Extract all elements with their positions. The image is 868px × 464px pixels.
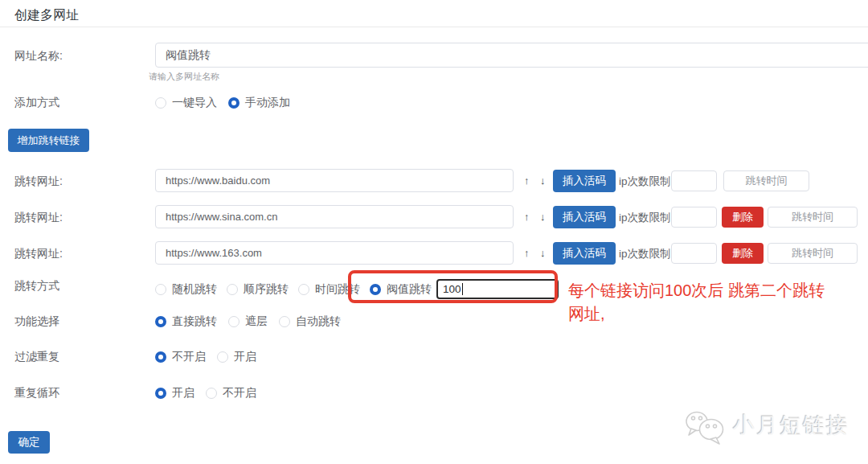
radio-random-jump-label: 随机跳转 [172,282,217,297]
radio-threshold-jump[interactable]: 阀值跳转 [370,282,432,297]
radio-circle-icon [155,351,166,363]
radio-loop-on[interactable]: 开启 [155,386,194,400]
radio-auto-jump[interactable]: 自动跳转 [279,314,341,329]
name-field-label: 网址名称: [14,49,63,64]
ip-limit-input[interactable] [671,207,717,228]
radio-circle-icon [155,388,166,399]
filter-repeat-radio-group: 不开启 开启 [155,350,268,364]
ip-limit-input[interactable] [671,243,717,264]
insert-live-code-button[interactable]: 插入活码 [553,206,616,228]
function-select-label: 功能选择 [14,314,59,329]
radio-time-jump-label: 时间跳转 [315,282,360,297]
jump-mode-radio-group: 随机跳转 顺序跳转 时间跳转 阀值跳转 100 [155,279,559,299]
move-down-icon[interactable]: ↓ [540,246,546,260]
radio-threshold-jump-label: 阀值跳转 [387,282,432,297]
radio-circle-icon [155,316,166,327]
radio-circle-icon [227,284,238,295]
red-annotation-line2: 网址, [568,302,868,326]
watermark: 小月短链接 [683,404,850,446]
radio-direct-jump[interactable]: 直接跳转 [155,314,217,329]
radio-loop-on-label: 开启 [172,386,194,400]
radio-overlay-label: 遮层 [245,314,268,329]
radio-filter-on-label: 开启 [234,350,256,364]
url-row-label: 跳转网址: [14,247,63,261]
insert-live-code-button[interactable]: 插入活码 [553,242,616,265]
threshold-input[interactable]: 100 [436,279,559,299]
red-annotation-line1: 每个链接访问100次后 跳第二个跳转 [568,279,868,302]
radio-manual-add[interactable]: 手动添加 [228,96,290,110]
delete-button[interactable]: 删除 [722,243,764,264]
jump-time-button[interactable]: 跳转时间 [723,170,809,191]
radio-circle-icon [370,284,381,295]
url-row-3: 跳转网址: ↑ ↓ 插入活码 ip次数限制: 删除 跳转时间 [0,241,868,265]
url-row-label: 跳转网址: [14,175,63,189]
watermark-text: 小月短链接 [733,411,850,440]
add-mode-label: 添加方式 [14,96,59,110]
radio-circle-icon [279,316,290,327]
threshold-value: 100 [443,283,461,295]
name-input[interactable] [155,43,868,68]
ip-limit-input[interactable] [671,170,717,191]
red-annotation: 每个链接访问100次后 跳第二个跳转 网址, [568,279,868,326]
text-caret [462,283,463,295]
ip-limit-label: ip次数限制: [619,247,674,261]
move-up-icon[interactable]: ↑ [524,246,530,260]
jump-time-button[interactable]: 跳转时间 [768,243,858,264]
move-up-icon[interactable]: ↑ [524,210,530,224]
header-divider [0,27,868,27]
jump-time-button[interactable]: 跳转时间 [768,207,858,228]
name-field-helper: 请输入多网址名称 [149,71,219,83]
radio-circle-icon [228,316,240,327]
radio-manual-add-label: 手动添加 [245,96,290,110]
radio-direct-jump-label: 直接跳转 [172,314,217,329]
radio-circle-icon [298,284,309,295]
repeat-loop-label: 重复循环 [14,386,59,400]
repeat-loop-radio-group: 开启 不开启 [155,386,268,400]
move-down-icon[interactable]: ↓ [540,174,546,187]
url-input[interactable] [155,205,514,228]
confirm-button[interactable]: 确定 [8,431,50,454]
url-input[interactable] [155,241,514,265]
radio-loop-off-label: 不开启 [223,386,256,400]
radio-overlay[interactable]: 遮层 [228,314,268,329]
radio-circle-icon [155,284,166,295]
radio-sequence-jump-label: 顺序跳转 [244,282,289,297]
radio-import[interactable]: 一键导入 [155,96,217,110]
url-input[interactable] [155,169,514,192]
wechat-bubbles-icon [683,404,728,446]
radio-time-jump[interactable]: 时间跳转 [298,282,360,297]
radio-circle-icon [228,97,240,109]
radio-auto-jump-label: 自动跳转 [296,314,341,329]
radio-filter-on[interactable]: 开启 [217,350,256,364]
add-mode-radio-group: 一键导入 手动添加 [155,96,301,110]
insert-live-code-button[interactable]: 插入活码 [553,170,616,192]
delete-button[interactable]: 删除 [722,207,764,228]
move-up-icon[interactable]: ↑ [524,174,530,187]
function-select-radio-group: 直接跳转 遮层 自动跳转 [155,314,352,329]
radio-import-label: 一键导入 [172,96,217,110]
radio-circle-icon [155,97,166,109]
ip-limit-label: ip次数限制: [619,211,674,225]
filter-repeat-label: 过滤重复 [14,350,59,364]
jump-mode-label: 跳转方式 [14,279,59,294]
url-row-1: 跳转网址: ↑ ↓ 插入活码 ip次数限制: 跳转时间 [0,169,868,193]
move-down-icon[interactable]: ↓ [540,210,546,224]
radio-sequence-jump[interactable]: 顺序跳转 [227,282,289,297]
radio-filter-off-label: 不开启 [172,350,206,364]
radio-random-jump[interactable]: 随机跳转 [155,282,217,297]
ip-limit-label: ip次数限制: [619,175,674,189]
page-title: 创建多网址 [14,7,79,24]
url-row-2: 跳转网址: ↑ ↓ 插入活码 ip次数限制: 删除 跳转时间 [0,205,868,229]
add-jump-link-button[interactable]: 增加跳转链接 [8,129,89,152]
radio-filter-off[interactable]: 不开启 [155,350,206,364]
radio-circle-icon [217,351,228,363]
url-row-label: 跳转网址: [14,211,63,225]
radio-circle-icon [206,388,217,399]
radio-loop-off[interactable]: 不开启 [206,386,256,400]
